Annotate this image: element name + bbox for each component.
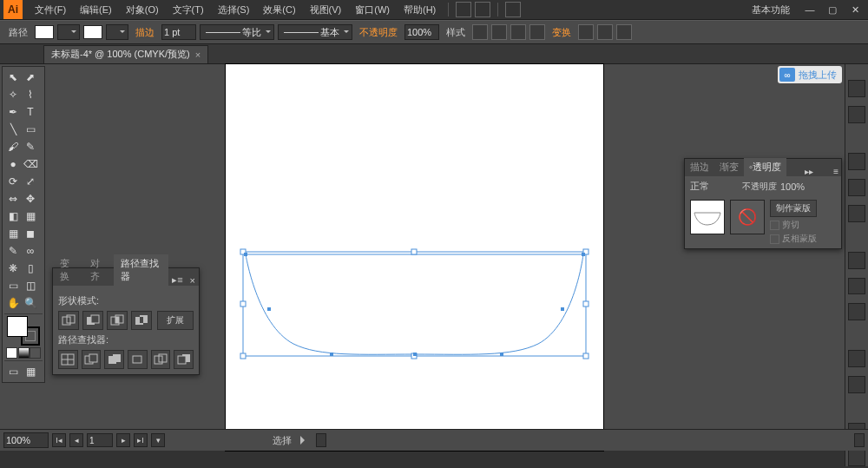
dock-transparency-icon[interactable]	[848, 303, 865, 320]
clip-checkbox[interactable]: 剪切	[770, 219, 817, 231]
tool-eyedropper[interactable]: ✎	[4, 242, 22, 260]
close-button[interactable]: ✕	[845, 3, 865, 16]
tool-blob-brush[interactable]: ●	[4, 155, 22, 173]
menu-type[interactable]: 文字(T)	[166, 0, 211, 19]
bbox-handle[interactable]	[411, 249, 417, 254]
minimize-button[interactable]: —	[800, 3, 819, 16]
object-thumbnail[interactable]	[690, 200, 725, 234]
fill-menu[interactable]	[57, 24, 80, 40]
next-artboard-button[interactable]: ▸	[116, 433, 130, 447]
fill-stroke-control[interactable]	[7, 316, 40, 346]
variable-width-profile[interactable]: 等比	[200, 24, 274, 40]
panel-menu-icon[interactable]: ≡	[831, 167, 841, 176]
dock-color-icon[interactable]	[848, 80, 865, 97]
tool-blend[interactable]: ∞	[22, 242, 39, 260]
mask-thumbnail[interactable]: 🚫	[730, 200, 765, 234]
anchor-point[interactable]	[561, 307, 564, 311]
hscroll-left[interactable]	[316, 433, 326, 447]
bbox-handle[interactable]	[583, 301, 589, 307]
maximize-button[interactable]: ▢	[823, 3, 842, 16]
make-mask-button[interactable]: 制作蒙版	[770, 200, 817, 217]
tool-shape-builder[interactable]: ◧	[4, 208, 22, 225]
tool-pencil[interactable]: ✎	[22, 138, 39, 155]
status-menu-icon[interactable]	[300, 436, 309, 445]
menu-view[interactable]: 视图(V)	[303, 0, 349, 19]
menu-effect[interactable]: 效果(C)	[256, 0, 302, 19]
selected-path[interactable]	[246, 254, 583, 354]
pf-minus-back-button[interactable]	[174, 350, 194, 369]
bbox-handle[interactable]	[583, 353, 589, 359]
opacity-input[interactable]: 100%	[404, 24, 439, 40]
layout-icon[interactable]	[456, 2, 471, 17]
dock-brushes-icon[interactable]	[848, 179, 865, 196]
opacity-label[interactable]: 不透明度	[356, 26, 401, 39]
zoom-level-input[interactable]: 100%	[3, 432, 49, 448]
shape-panel-icon[interactable]	[529, 24, 545, 40]
stroke-weight-input[interactable]: 1 pt	[161, 24, 196, 40]
document-tab[interactable]: 未标题-4* @ 100% (CMYK/预览) ×	[43, 45, 208, 63]
edit-clip-icon[interactable]	[597, 24, 613, 40]
dock-stroke-icon[interactable]	[848, 252, 865, 269]
tool-direct-selection[interactable]: ⬈	[22, 69, 39, 86]
tool-rotate[interactable]: ⟳	[4, 173, 22, 190]
artboard-nav-menu[interactable]: ▾	[151, 433, 165, 447]
artboard[interactable]	[226, 64, 603, 451]
select-similar-icon[interactable]	[616, 24, 632, 40]
dock-graphic-styles-icon[interactable]	[848, 376, 865, 393]
tool-zoom[interactable]: 🔍	[22, 294, 39, 312]
panel-menu-icon[interactable]: ▸≡	[168, 274, 186, 286]
screen-mode-full[interactable]: ▦	[22, 363, 39, 380]
tool-scale[interactable]: ⤢	[22, 173, 39, 190]
stroke-menu[interactable]	[106, 24, 128, 40]
dock-artboards-icon[interactable]	[848, 449, 865, 466]
tool-mesh[interactable]: ▦	[4, 225, 22, 242]
graphic-style-thumb[interactable]	[472, 24, 488, 40]
menu-help[interactable]: 帮助(H)	[397, 0, 443, 19]
first-artboard-button[interactable]: I◂	[52, 433, 66, 447]
document-tab-close-icon[interactable]: ×	[195, 49, 201, 60]
dock-color-guide-icon[interactable]	[848, 106, 865, 123]
arrange-icon[interactable]	[475, 2, 490, 17]
tool-hand[interactable]: ✋	[4, 294, 22, 312]
tool-rectangle[interactable]: ▭	[22, 121, 39, 138]
bbox-handle[interactable]	[240, 301, 246, 307]
tab-stroke[interactable]: 描边	[685, 158, 714, 176]
color-mode-gradient[interactable]	[18, 347, 30, 359]
tool-width[interactable]: ⇔	[4, 190, 22, 208]
panel-collapse-icon[interactable]: ▸▸	[802, 167, 816, 176]
anchor-point[interactable]	[500, 353, 503, 356]
tab-transform[interactable]: 变换	[53, 254, 83, 286]
stroke-swatch[interactable]	[83, 25, 102, 39]
pf-merge-button[interactable]	[104, 350, 124, 369]
expand-button[interactable]: 扩展	[157, 311, 194, 330]
pf-divide-button[interactable]	[58, 350, 78, 369]
workspace-switcher[interactable]: 基本功能	[745, 0, 797, 19]
anchor-point[interactable]	[267, 307, 271, 311]
pf-outline-button[interactable]	[151, 350, 171, 369]
tool-selection[interactable]: ⬉	[4, 69, 22, 86]
brush-definition[interactable]: 基本	[278, 24, 352, 40]
shape-unite-button[interactable]	[58, 311, 79, 330]
prev-artboard-button[interactable]: ◂	[69, 433, 83, 447]
stroke-label[interactable]: 描边	[132, 26, 158, 39]
bbox-handle[interactable]	[240, 353, 246, 359]
tool-type[interactable]: T	[22, 103, 39, 121]
transform-label[interactable]: 变换	[549, 26, 575, 39]
tool-line[interactable]: ╲	[4, 121, 22, 138]
tool-paintbrush[interactable]: 🖌	[4, 138, 22, 155]
shape-intersect-button[interactable]	[107, 311, 128, 330]
tab-gradient[interactable]: 渐变	[714, 158, 744, 176]
anchor-point[interactable]	[582, 253, 585, 256]
tool-gradient[interactable]: ◼	[22, 225, 39, 242]
blend-mode-select[interactable]: 正常	[690, 180, 739, 193]
tab-pathfinder[interactable]: 路径查找器	[114, 254, 168, 286]
anchor-point[interactable]	[413, 353, 417, 356]
pf-trim-button[interactable]	[82, 350, 102, 369]
opacity-value-input[interactable]: 100%	[780, 181, 810, 192]
anchor-point[interactable]	[244, 253, 247, 256]
tool-symbol-sprayer[interactable]: ❋	[4, 260, 22, 277]
tab-align[interactable]: 对齐	[83, 254, 114, 286]
pf-crop-button[interactable]	[128, 350, 148, 369]
recolor-icon[interactable]	[491, 24, 507, 40]
dock-appearance-icon[interactable]	[848, 350, 865, 367]
